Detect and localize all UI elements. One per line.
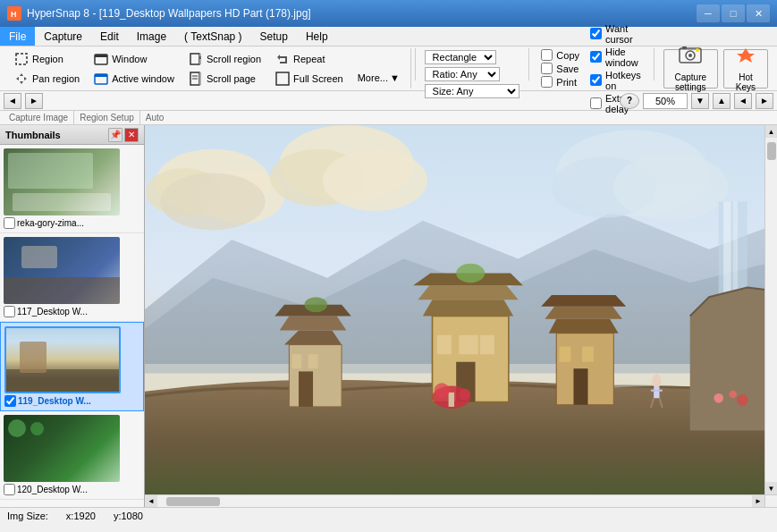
repeat-icon (275, 52, 290, 66)
horizontal-scrollbar[interactable]: ◄ ► (145, 494, 764, 507)
main-content: Thumbnails 📌 ✕ reka-gory-zima... (0, 125, 777, 507)
x-value: x:1920 (66, 511, 96, 521)
svg-point-57 (456, 264, 485, 283)
save-checkbox[interactable] (541, 63, 553, 74)
capture-settings-label: Capture settings (671, 72, 710, 92)
zoom-up-button[interactable]: ▲ (713, 93, 731, 109)
hot-keys-button[interactable]: Hot Keys (723, 49, 768, 89)
image-area[interactable]: ▲ ▼ ◄ ► (145, 125, 777, 507)
print-checkbox[interactable] (541, 76, 553, 88)
thumbnail-checkbox-4[interactable] (4, 484, 15, 495)
menu-textsnap[interactable]: ( TextSnap ) (175, 27, 250, 46)
menu-setup[interactable]: Setup (251, 27, 297, 46)
want-cursor-checkbox-item[interactable]: Want cursor (590, 23, 641, 45)
full-screen-button[interactable]: Full Screen (270, 70, 349, 88)
scroll-thumb-h[interactable] (166, 497, 220, 506)
help-button[interactable]: ? (620, 93, 639, 109)
menu-image[interactable]: Image (128, 27, 175, 46)
extra-delay-checkbox[interactable] (590, 97, 602, 109)
scroll-track-v (765, 138, 777, 482)
thumbnail-item-2[interactable]: 117_Desktop W... (0, 233, 144, 322)
full-screen-icon (275, 72, 290, 86)
options-section: Copy Save Print Want cursor Hide window (532, 48, 649, 89)
svg-marker-43 (418, 285, 518, 300)
hotkeys-checkbox[interactable] (590, 74, 602, 86)
thumbnail-checkbox-1[interactable] (4, 217, 15, 229)
copy-checkbox-item[interactable]: Copy (541, 49, 579, 61)
repeat-button[interactable]: Repeat (270, 50, 349, 68)
capture-settings-icon (678, 45, 703, 71)
close-button[interactable]: ✕ (747, 4, 770, 22)
y-value: y:1080 (114, 511, 143, 521)
window-button[interactable]: Window (89, 50, 180, 68)
capture-settings-button[interactable]: Capture settings (663, 49, 718, 89)
menu-capture[interactable]: Capture (35, 27, 91, 46)
svg-rect-46 (437, 335, 452, 354)
region-button[interactable]: Region (9, 50, 85, 68)
pan-region-button[interactable]: Pan region (9, 70, 85, 88)
svg-marker-50 (549, 319, 619, 334)
thumbnails-pin-button[interactable]: 📌 (108, 128, 122, 142)
ratio-dropdown[interactable]: Ratio: Any Ratio: 4:3 Ratio: 16:9 (425, 67, 500, 81)
scroll-down-button[interactable]: ▼ (765, 482, 778, 494)
scroll-left-btn[interactable]: ◄ (145, 495, 157, 508)
scroll-region-icon (189, 52, 203, 66)
nav-back-button[interactable]: ◄ (4, 93, 21, 109)
scroll-thumb-v[interactable] (767, 142, 776, 160)
window-label: Window (112, 54, 147, 64)
print-label: Print (556, 77, 577, 88)
thumbnail-image-4 (4, 415, 120, 482)
svg-rect-47 (480, 335, 494, 354)
thumbnail-item-1[interactable]: reka-gory-zima... (0, 145, 144, 233)
hide-window-label: Hide window (605, 46, 641, 68)
toolbar-labels: Capture Image Region Setup Auto (0, 111, 777, 125)
thumbnail-label-2: 117_Desktop W... (4, 306, 140, 317)
more-button[interactable]: More... ▼ (352, 71, 405, 85)
menu-help[interactable]: Help (297, 27, 337, 46)
thumbnail-name-4: 120_Desktop W... (17, 485, 88, 494)
thumbnail-checkbox-3[interactable] (4, 395, 16, 407)
hide-window-checkbox[interactable] (590, 51, 602, 63)
menu-edit[interactable]: Edit (91, 27, 128, 46)
maximize-button[interactable]: □ (722, 4, 745, 22)
scroll-right-button[interactable]: ► (756, 93, 773, 109)
svg-marker-42 (423, 300, 513, 316)
toolbar-sep-3 (654, 48, 655, 80)
vertical-scrollbar[interactable]: ▲ ▼ (764, 125, 777, 494)
thumbnail-checkbox-2[interactable] (4, 306, 15, 317)
menu-file[interactable]: File (0, 27, 35, 46)
shape-dropdown[interactable]: Rectangle Ellipse Freehand (425, 50, 496, 64)
scroll-up-button[interactable]: ▲ (765, 125, 778, 138)
capture-group-mid: Window Active window (89, 50, 180, 88)
scrollbar-corner (764, 494, 777, 507)
thumbnail-item-3[interactable]: 119_Desktop W... (0, 322, 144, 411)
thumbnails-close-button[interactable]: ✕ (124, 128, 139, 142)
scroll-right-btn[interactable]: ► (752, 495, 764, 508)
thumbnail-item-4[interactable]: 120_Desktop W... (0, 411, 144, 500)
thumbnail-label-3: 119_Desktop W... (4, 395, 139, 407)
nav-forward-button[interactable]: ► (25, 93, 43, 109)
pan-region-icon (14, 72, 29, 86)
svg-rect-9 (199, 56, 201, 59)
hide-window-checkbox-item[interactable]: Hide window (590, 46, 641, 68)
hotkeys-checkbox-item[interactable]: Hotkeys on (590, 70, 641, 91)
minimize-button[interactable]: ─ (697, 4, 720, 22)
copy-checkbox[interactable] (541, 49, 553, 61)
zoom-input[interactable] (643, 93, 688, 109)
want-cursor-label: Want cursor (605, 23, 641, 45)
svg-point-17 (688, 54, 692, 57)
svg-point-70 (737, 394, 748, 406)
hotkeys-label: Hotkeys on (605, 70, 641, 91)
want-cursor-checkbox[interactable] (590, 28, 602, 39)
save-checkbox-item[interactable]: Save (541, 63, 579, 74)
print-checkbox-item[interactable]: Print (541, 76, 579, 88)
size-dropdown[interactable]: Size: Any Size: 800x600 Size: 1024x768 (425, 84, 519, 98)
scroll-page-button[interactable]: Scroll page (183, 70, 266, 88)
zoom-down-button[interactable]: ▼ (691, 93, 709, 109)
active-window-label: Active window (112, 73, 174, 84)
active-window-button[interactable]: Active window (89, 70, 180, 88)
thumbnails-title: Thumbnails (5, 130, 61, 140)
toolbar-sep-2 (528, 48, 529, 80)
scroll-left-button[interactable]: ◄ (734, 93, 752, 109)
scroll-region-button[interactable]: Scroll region (183, 50, 266, 68)
